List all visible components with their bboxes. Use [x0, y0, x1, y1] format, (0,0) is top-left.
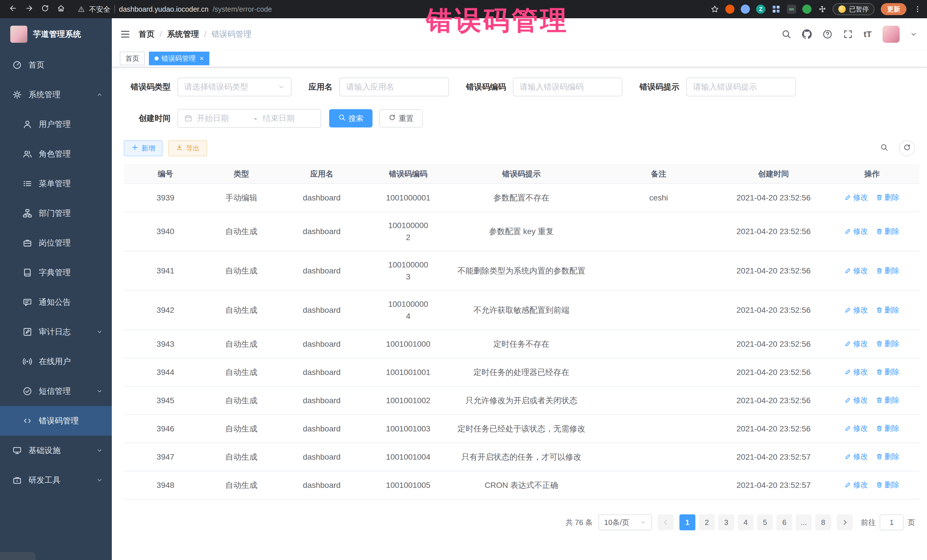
sidebar-item-infra[interactable]: 基础设施: [0, 436, 112, 465]
page-button-8[interactable]: 8: [815, 514, 831, 530]
browser-home-button[interactable]: [54, 2, 68, 17]
extension-icon-green[interactable]: [802, 5, 812, 14]
page-button-2[interactable]: 2: [699, 514, 715, 530]
extension-icon-z[interactable]: Z: [756, 5, 765, 14]
sidebar-item-dept[interactable]: 部门管理: [0, 199, 112, 228]
header-search-icon[interactable]: [781, 29, 791, 39]
browser-reload-button[interactable]: [38, 2, 53, 17]
cell-created: 2021-04-20 23:52:56: [723, 251, 824, 291]
app-name-input[interactable]: [339, 77, 449, 96]
prev-page-button[interactable]: [658, 514, 674, 530]
browser-menu-icon[interactable]: [914, 5, 921, 13]
delete-link[interactable]: 删除: [876, 394, 899, 406]
delete-link[interactable]: 删除: [876, 479, 899, 491]
refresh-table-button[interactable]: [899, 140, 915, 156]
edit-link[interactable]: 修改: [845, 422, 868, 434]
edit-link[interactable]: 修改: [845, 338, 868, 349]
page-button-1[interactable]: 1: [679, 514, 695, 530]
chevron-down-icon: [640, 519, 646, 525]
sidebar-item-user[interactable]: 用户管理: [0, 109, 112, 139]
breadcrumb-separator: /: [204, 30, 207, 39]
create-time-range-picker[interactable]: 开始日期 - 结束日期: [178, 109, 321, 128]
delete-link[interactable]: 删除: [876, 191, 899, 203]
browser-forward-button[interactable]: [22, 2, 36, 17]
sidebar-item-online-user[interactable]: 在线用户: [0, 347, 112, 376]
tab-home[interactable]: 首页: [120, 52, 145, 65]
app-logo[interactable]: 芋道管理系统: [0, 18, 112, 50]
extensions-puzzle-icon[interactable]: [818, 5, 826, 14]
github-icon[interactable]: [802, 29, 812, 39]
sidebar-item-post[interactable]: 岗位管理: [0, 228, 112, 258]
delete-link[interactable]: 删除: [876, 225, 899, 237]
add-button[interactable]: 新增: [124, 140, 163, 156]
page-size-select[interactable]: 10条/页: [599, 514, 652, 530]
page-ellipsis-button[interactable]: ...: [796, 514, 812, 530]
sidebar-item-system[interactable]: 系统管理: [0, 80, 112, 109]
sidebar-item-role[interactable]: 角色管理: [0, 139, 112, 169]
sidebar-item-notice[interactable]: 通知公告: [0, 287, 112, 317]
edit-link[interactable]: 修改: [845, 191, 868, 203]
tab-error-code[interactable]: 错误码管理×: [149, 52, 209, 65]
sidebar-item-label: 研发工具: [29, 475, 61, 486]
chevron-left-icon: [662, 519, 669, 526]
tab-close-icon[interactable]: ×: [200, 55, 204, 62]
plus-icon: [131, 144, 138, 153]
delete-link[interactable]: 删除: [876, 366, 899, 378]
bookmark-star-icon[interactable]: [711, 5, 719, 14]
toggle-search-button[interactable]: [876, 140, 892, 156]
delete-link[interactable]: 删除: [876, 265, 899, 276]
help-icon[interactable]: [823, 29, 832, 39]
extension-icon-grid[interactable]: [772, 5, 781, 14]
font-size-icon[interactable]: tT: [864, 29, 872, 39]
search-button[interactable]: 搜索: [329, 109, 372, 127]
page-button-4[interactable]: 4: [738, 514, 754, 530]
sidebar-item-home[interactable]: 首页: [0, 50, 112, 80]
next-page-button[interactable]: [837, 514, 853, 530]
cell-created: 2021-04-20 23:52:56: [723, 358, 824, 386]
table-row: 3948自动生成dashboard1001001005CRON 表达式不正确20…: [124, 471, 919, 499]
delete-link[interactable]: 删除: [876, 451, 899, 463]
page-button-3[interactable]: 3: [718, 514, 734, 530]
browser-update-button[interactable]: 更新: [881, 3, 906, 15]
edit-link[interactable]: 修改: [845, 451, 868, 463]
extension-icon-orange[interactable]: [725, 5, 734, 14]
sidebar-item-dict[interactable]: 字典管理: [0, 258, 112, 287]
sidebar-item-sms[interactable]: 短信管理: [0, 376, 112, 406]
edit-link[interactable]: 修改: [845, 366, 868, 378]
calendar-icon: [184, 114, 192, 122]
edit-link[interactable]: 修改: [845, 265, 868, 276]
error-hint-input[interactable]: [686, 77, 796, 96]
user-avatar[interactable]: [883, 26, 900, 43]
extension-icon-ublock[interactable]: on: [787, 5, 796, 14]
sidebar-item-menu[interactable]: 菜单管理: [0, 169, 112, 199]
address-bar[interactable]: 不安全 dashboard.yudao.iocoder.cn/system/er…: [78, 5, 710, 14]
paused-badge[interactable]: 已暂停: [833, 3, 874, 15]
breadcrumb-item-0[interactable]: 首页: [138, 29, 155, 39]
delete-link[interactable]: 删除: [876, 304, 899, 316]
edit-link[interactable]: 修改: [845, 394, 868, 406]
dashboard-icon: [12, 61, 22, 70]
hamburger-menu-icon[interactable]: [120, 29, 131, 39]
delete-link[interactable]: 删除: [876, 338, 899, 349]
error-code-type-select[interactable]: 请选择错误码类型: [178, 77, 292, 96]
edit-link[interactable]: 修改: [845, 479, 868, 491]
cell-id: 3945: [124, 386, 207, 414]
jump-page-input[interactable]: [880, 514, 904, 530]
sidebar-item-audit-log[interactable]: 审计日志: [0, 317, 112, 347]
browser-back-button[interactable]: [6, 2, 21, 17]
edit-link[interactable]: 修改: [845, 225, 868, 237]
fullscreen-icon[interactable]: [843, 29, 853, 39]
page-button-6[interactable]: 6: [777, 514, 792, 530]
avatar-caret-icon[interactable]: [910, 31, 917, 37]
edit-link[interactable]: 修改: [845, 304, 868, 316]
error-code-input[interactable]: [513, 77, 622, 96]
export-button[interactable]: 导出: [168, 140, 207, 156]
page-button-5[interactable]: 5: [757, 514, 773, 530]
breadcrumb-item-1[interactable]: 系统管理: [167, 29, 199, 39]
delete-link[interactable]: 删除: [876, 422, 899, 434]
reset-button[interactable]: 重置: [379, 109, 423, 127]
sidebar-item-error-code[interactable]: 错误码管理: [0, 406, 112, 436]
sidebar-item-devtools[interactable]: 研发工具: [0, 465, 112, 495]
extension-icon-blue[interactable]: [741, 5, 750, 14]
sidebar-item-label: 在线用户: [39, 356, 71, 367]
